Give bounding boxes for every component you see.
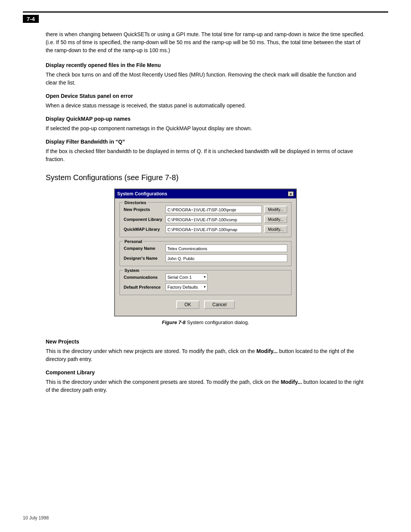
directories-group-title: Directories [123,200,148,206]
quickmap-library-value: C:\PROGRA~1\VUE-IT\SP-100\qmap [166,225,262,233]
new-projects-row: New Projects C:\PROGRA~1\VUE-IT\SP-100\p… [124,206,287,213]
section-display-recently: Display recently opened files in the Fil… [46,61,365,87]
section-display-filter: Display Filter Bandwidth in “Q” If the b… [46,138,365,163]
communications-row: Communications Serial Com 1 Serial Com 2… [124,273,287,281]
system-config-main-heading: System Configurations (see Figure 7-8) [46,172,365,183]
system-config-heading-bold: System Configurations [46,173,122,182]
designer-name-row: Designer's Name John Q. Public [124,254,287,262]
page-footer: 10 July 1998 [23,515,49,521]
figure-caption: Figure 7-8 System configuration dialog. [162,319,249,326]
new-projects-heading: New Projects [46,338,365,346]
new-projects-body: This is the directory under which new pr… [46,347,365,363]
system-group-title: System [123,267,141,274]
footer-date: 10 July 1998 [23,515,49,521]
company-name-row: Company Name Telex Commincations [124,244,287,252]
directories-group: Directories New Projects C:\PROGRA~1\VUE… [119,202,292,237]
figure-label: Figure 7-8 [162,320,185,325]
section-component-library: Component Library This is the directory … [46,369,365,394]
section-body-4: If the box is checked filter bandwidth t… [46,147,365,163]
component-library-label: Component Library [124,216,166,223]
new-projects-value: C:\PROGRA~1\VUE-IT\SP-100\proje [166,206,262,213]
section-heading-1: Display recently opened files in the Fil… [46,61,365,69]
quickmap-library-row: QuickMAP Library C:\PROGRA~1\VUE-IT\SP-1… [124,225,287,233]
quickmap-library-modify-button[interactable]: Modify... [264,225,287,233]
section-heading-2: Open Device Status panel on error [46,92,365,100]
communications-select[interactable]: Serial Com 1 Serial Com 2 Serial Com 3 [166,273,207,281]
section-heading-3: Display QuickMAP pop-up names [46,115,365,123]
section-new-projects: New Projects This is the directory under… [46,338,365,363]
designer-name-label: Designer's Name [124,255,166,262]
default-preference-select[interactable]: Factory Defaults [166,283,207,291]
default-preference-row: Default Preference Factory Defaults [124,283,287,291]
quickmap-library-label: QuickMAP Library [124,226,166,233]
component-library-bold: Modify... [281,379,302,385]
dialog-body: Directories New Projects C:\PROGRA~1\VUE… [115,198,296,316]
section-body-2: When a device status message is received… [46,102,365,110]
company-name-label: Company Name [124,245,166,252]
component-library-modify-button[interactable]: Modify... [264,216,287,223]
section-body-1: The check box turns on and off the Most … [46,71,365,87]
system-config-dialog: System Configurations x Directories New … [114,189,297,316]
default-preference-label: Default Preference [124,284,166,291]
ok-button[interactable]: OK [176,300,199,309]
component-library-row: Component Library C:\PROGRA~1\VUE-IT\SP-… [124,216,287,223]
section-display-quickmap: Display QuickMAP pop-up names If selecte… [46,115,365,133]
lower-sections: New Projects This is the directory under… [46,338,365,394]
designer-name-value[interactable]: John Q. Public [166,254,287,262]
new-projects-bold: Modify... [256,348,278,354]
close-icon[interactable]: x [288,191,294,197]
cancel-button[interactable]: Cancel [204,300,235,309]
communications-select-wrapper: Serial Com 1 Serial Com 2 Serial Com 3 [166,273,207,281]
figure-caption-text: System configuration dialog. [186,320,249,325]
dialog-footer: OK Cancel [119,299,292,312]
component-library-heading: Component Library [46,369,365,377]
section-open-device: Open Device Status panel on error When a… [46,92,365,110]
main-content: there is when changing between QuickSETs… [46,30,365,394]
system-config-heading-normal: (see Figure 7-8) [124,173,178,182]
company-name-value[interactable]: Telex Commincations [166,244,287,252]
personal-group: Personal Company Name Telex Commincation… [119,241,292,266]
dialog-title: System Configurations [117,190,167,197]
new-projects-modify-button[interactable]: Modify... [264,206,287,213]
system-group: System Communications Serial Com 1 Seria… [119,270,292,295]
dialog-wrapper: System Configurations x Directories New … [46,189,365,332]
new-projects-label: New Projects [124,206,166,213]
page-number: 7-4 [23,15,39,23]
default-preference-select-wrapper: Factory Defaults [166,283,207,291]
communications-label: Communications [124,274,166,281]
personal-group-title: Personal [123,238,143,245]
component-library-value: C:\PROGRA~1\VUE-IT\SP-100\comp [166,216,262,223]
section-body-3: If selected the pop-up component nametag… [46,125,365,133]
page-header: 7-4 [23,11,388,23]
component-library-body: This is the directory under which the co… [46,378,365,394]
dialog-titlebar: System Configurations x [115,189,296,198]
intro-paragraph: there is when changing between QuickSETs… [46,30,365,54]
section-heading-4: Display Filter Bandwidth in “Q” [46,138,365,146]
